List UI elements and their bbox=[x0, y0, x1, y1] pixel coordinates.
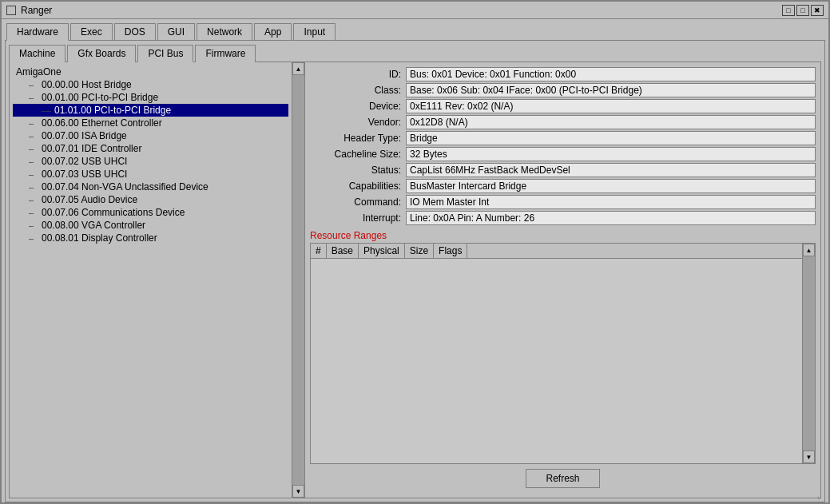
tab-hardware[interactable]: Hardware bbox=[6, 23, 69, 41]
tree-item-label: 00.07.02 USB UHCI bbox=[42, 156, 127, 167]
resource-title: Resource Ranges bbox=[310, 230, 816, 241]
sub-tab-pci-bus[interactable]: PCI Bus bbox=[137, 45, 193, 62]
field-row: Interrupt:Line: 0x0A Pin: A Number: 26 bbox=[310, 211, 816, 225]
tab-input[interactable]: Input bbox=[293, 23, 336, 41]
minimize-button[interactable]: □ bbox=[782, 5, 795, 16]
resource-body[interactable] bbox=[311, 259, 815, 463]
field-label: Cacheline Size: bbox=[310, 149, 406, 160]
field-row: Header Type:Bridge bbox=[310, 131, 816, 145]
tree-item-label: 00.08.01 Display Controller bbox=[42, 232, 157, 244]
tree-item-label: 00.07.04 Non-VGA Unclassified Device bbox=[42, 181, 208, 192]
sub-tab-gfx-boards[interactable]: Gfx Boards bbox=[67, 45, 136, 62]
field-value: Line: 0x0A Pin: A Number: 26 bbox=[406, 211, 816, 225]
title-bar: Ranger □ □ ✖ bbox=[2, 2, 828, 19]
tree-item-label: 00.08.00 VGA Controller bbox=[42, 220, 145, 231]
field-value: 32 Bytes bbox=[406, 147, 816, 161]
tree-scroll-container: AmigaOne— 00.00.00 Host Bridge— 00.01.00… bbox=[10, 62, 304, 498]
tab-network[interactable]: Network bbox=[197, 23, 252, 41]
sub-tab-machine[interactable]: Machine bbox=[9, 45, 66, 62]
field-value: Base: 0x06 Sub: 0x04 IFace: 0x00 (PCI-to… bbox=[406, 83, 816, 97]
field-row: Capabilities:BusMaster Intercard Bridge bbox=[310, 179, 816, 193]
tree-view[interactable]: AmigaOne— 00.00.00 Host Bridge— 00.01.00… bbox=[10, 62, 292, 498]
tree-item[interactable]: — 00.07.01 IDE Controller bbox=[13, 142, 288, 155]
resize-handle[interactable]: ⌞ bbox=[817, 491, 827, 501]
tree-item-label: 00.06.00 Ethernet Controller bbox=[42, 117, 162, 129]
field-row: Cacheline Size:32 Bytes bbox=[310, 147, 816, 161]
resource-scroll-down[interactable]: ▼ bbox=[803, 450, 815, 463]
field-row: Vendor:0x12D8 (N/A) bbox=[310, 115, 816, 129]
tree-item[interactable]: — 00.07.03 USB UHCI bbox=[13, 168, 288, 181]
field-row: Status:CapList 66MHz FastBack MedDevSel bbox=[310, 163, 816, 177]
field-row: Command:IO Mem Master Int bbox=[310, 195, 816, 209]
field-value: Bus: 0x01 Device: 0x01 Function: 0x00 bbox=[406, 67, 816, 81]
tree-scroll-track[interactable] bbox=[292, 75, 304, 485]
field-label: Device: bbox=[310, 101, 406, 112]
resource-header: #BasePhysicalSizeFlags bbox=[311, 244, 815, 259]
resource-col-header: Flags bbox=[434, 244, 467, 258]
resource-table: #BasePhysicalSizeFlags ▲ ▼ bbox=[310, 243, 816, 464]
field-label: Class: bbox=[310, 85, 406, 96]
tab-exec[interactable]: Exec bbox=[70, 23, 113, 41]
field-label: Status: bbox=[310, 165, 406, 176]
tree-item[interactable]: — 00.07.05 Audio Device bbox=[13, 193, 288, 206]
tree-item-label: 00.00.00 Host Bridge bbox=[42, 79, 132, 90]
sub-tab-firmware[interactable]: Firmware bbox=[195, 45, 256, 62]
resource-col-header: Size bbox=[405, 244, 434, 258]
right-panel: ID:Bus: 0x01 Device: 0x01 Function: 0x00… bbox=[305, 62, 820, 498]
tree-scrollbar: ▲ ▼ bbox=[292, 62, 304, 498]
tab-gui[interactable]: GUI bbox=[157, 23, 195, 41]
field-label: Capabilities: bbox=[310, 181, 406, 192]
resource-col-header: Physical bbox=[359, 244, 405, 258]
tree-item[interactable]: — 00.07.06 Communications Device bbox=[13, 206, 288, 219]
field-row: ID:Bus: 0x01 Device: 0x01 Function: 0x00 bbox=[310, 67, 816, 81]
field-label: Command: bbox=[310, 196, 406, 208]
tree-item-label: 01.01.00 PCI-to-PCI Bridge bbox=[54, 105, 171, 116]
close-button[interactable]: ✖ bbox=[811, 5, 824, 16]
left-panel: AmigaOne— 00.00.00 Host Bridge— 00.01.00… bbox=[10, 62, 305, 498]
tree-scroll-down[interactable]: ▼ bbox=[292, 485, 304, 498]
field-value: BusMaster Intercard Bridge bbox=[406, 179, 816, 193]
tree-item-label: 00.07.00 ISA Bridge bbox=[42, 130, 127, 141]
tree-item[interactable]: — 00.07.04 Non-VGA Unclassified Device bbox=[13, 181, 288, 193]
field-row: Class:Base: 0x06 Sub: 0x04 IFace: 0x00 (… bbox=[310, 83, 816, 97]
window-icon bbox=[6, 6, 16, 15]
resource-scroll-up[interactable]: ▲ bbox=[803, 244, 815, 256]
field-value: Bridge bbox=[406, 131, 816, 145]
field-row: Device:0xE111 Rev: 0x02 (N/A) bbox=[310, 99, 816, 113]
resource-scrollbar: ▲ ▼ bbox=[802, 244, 815, 463]
tree-item-label: 00.07.03 USB UHCI bbox=[42, 169, 127, 180]
tree-scroll-up[interactable]: ▲ bbox=[292, 62, 304, 75]
tree-item[interactable]: —— 01.01.00 PCI-to-PCI Bridge bbox=[13, 104, 288, 117]
tree-item-label: 00.07.05 Audio Device bbox=[42, 194, 137, 205]
fields-table: ID:Bus: 0x01 Device: 0x01 Function: 0x00… bbox=[310, 67, 816, 227]
field-label: ID: bbox=[310, 69, 406, 80]
window-title: Ranger bbox=[21, 5, 52, 16]
tree-item[interactable]: — 00.08.01 Display Controller bbox=[13, 232, 288, 244]
field-label: Interrupt: bbox=[310, 212, 406, 224]
tree-item[interactable]: — 00.01.00 PCI-to-PCI Bridge bbox=[13, 91, 288, 104]
tree-item[interactable]: — 00.06.00 Ethernet Controller bbox=[13, 117, 288, 129]
field-value: CapList 66MHz FastBack MedDevSel bbox=[406, 163, 816, 177]
tree-item[interactable]: — 00.07.00 ISA Bridge bbox=[13, 129, 288, 142]
resource-section: Resource Ranges #BasePhysicalSizeFlags ▲… bbox=[310, 230, 816, 464]
main-content-area: AmigaOne— 00.00.00 Host Bridge— 00.01.00… bbox=[9, 62, 821, 498]
tree-item-label: AmigaOne bbox=[16, 66, 62, 77]
resource-col-header: Base bbox=[327, 244, 359, 258]
tab-dos[interactable]: DOS bbox=[114, 23, 156, 41]
tree-item[interactable]: AmigaOne bbox=[13, 65, 288, 78]
tree-item[interactable]: — 00.08.00 VGA Controller bbox=[13, 219, 288, 232]
refresh-button[interactable]: Refresh bbox=[526, 469, 599, 488]
tree-item[interactable]: — 00.00.00 Host Bridge bbox=[13, 78, 288, 91]
field-value: 0x12D8 (N/A) bbox=[406, 115, 816, 129]
main-tab-bar: Hardware Exec DOS GUI Network App Input bbox=[2, 19, 828, 40]
main-window: Ranger □ □ ✖ Hardware Exec DOS GUI Netwo… bbox=[0, 0, 830, 504]
tab-app[interactable]: App bbox=[254, 23, 292, 41]
tree-item-label: 00.07.01 IDE Controller bbox=[42, 143, 141, 154]
resource-col-header: # bbox=[311, 244, 327, 258]
window-controls: □ □ ✖ bbox=[782, 5, 824, 16]
resource-scroll-track[interactable] bbox=[803, 256, 815, 450]
maximize-button[interactable]: □ bbox=[796, 5, 809, 16]
field-value: 0xE111 Rev: 0x02 (N/A) bbox=[406, 99, 816, 113]
tree-item-label: 00.07.06 Communications Device bbox=[42, 207, 185, 218]
tree-item[interactable]: — 00.07.02 USB UHCI bbox=[13, 155, 288, 168]
